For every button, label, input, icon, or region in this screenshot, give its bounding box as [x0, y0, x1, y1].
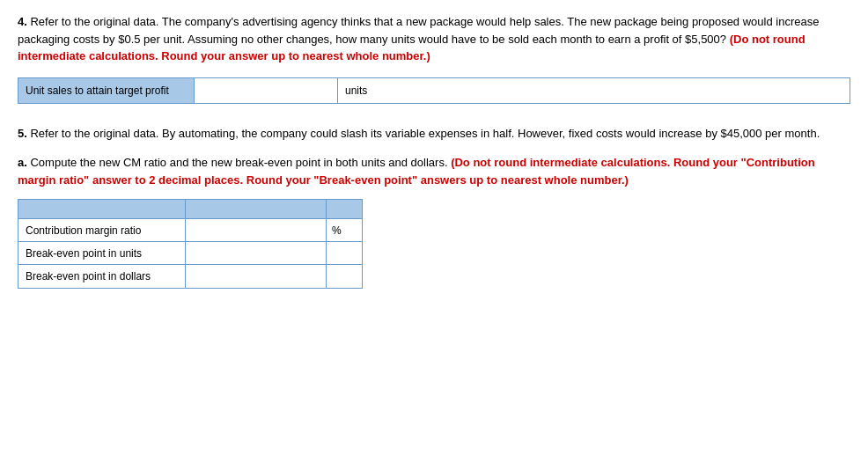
question-5-body: Refer to the original data. By automatin…	[30, 127, 820, 140]
breakeven-dollars-label: Break-even point in dollars	[18, 265, 186, 288]
unit-sales-label: Unit sales to attain target profit	[18, 78, 195, 103]
question-5a-text: a. Compute the new CM ratio and the new …	[18, 154, 850, 188]
question-5a-label: a.	[18, 156, 27, 169]
breakeven-dollars-input[interactable]	[186, 265, 326, 288]
cm-ratio-input-wrapper	[186, 219, 327, 241]
question-5-number: 5.	[18, 127, 27, 140]
unit-sales-row: Unit sales to attain target profit units	[18, 77, 850, 104]
unit-sales-input[interactable]	[195, 78, 337, 103]
cm-ratio-input[interactable]	[186, 219, 326, 241]
cm-table: Contribution margin ratio % Break-even p…	[18, 199, 363, 289]
question-4-text: 4. Refer to the original data. The compa…	[18, 13, 850, 65]
question-4-number: 4.	[18, 15, 27, 28]
breakeven-dollars-unit	[327, 265, 362, 288]
question-5a-body: Compute the new CM ratio and the new bre…	[30, 156, 447, 169]
breakeven-units-unit	[327, 242, 362, 264]
cm-ratio-unit: %	[327, 219, 362, 241]
question-4-body: Refer to the original data. The company'…	[18, 15, 819, 46]
question-4: 4. Refer to the original data. The compa…	[18, 13, 850, 104]
question-5a: a. Compute the new CM ratio and the new …	[18, 154, 850, 289]
breakeven-dollars-row: Break-even point in dollars	[18, 265, 362, 288]
unit-sales-unit: units	[337, 78, 374, 103]
breakeven-units-input-wrapper	[186, 242, 327, 264]
question-5: 5. Refer to the original data. By automa…	[18, 125, 850, 290]
breakeven-units-label: Break-even point in units	[18, 242, 186, 264]
table-header	[18, 200, 362, 219]
question-5-text: 5. Refer to the original data. By automa…	[18, 125, 850, 143]
breakeven-dollars-input-wrapper	[186, 265, 327, 288]
table-header-col1	[18, 200, 186, 218]
table-header-col2	[186, 200, 327, 218]
cm-ratio-row: Contribution margin ratio %	[18, 219, 362, 242]
table-header-col3	[327, 200, 362, 218]
cm-ratio-label: Contribution margin ratio	[18, 219, 186, 241]
breakeven-units-input[interactable]	[186, 242, 326, 264]
breakeven-units-row: Break-even point in units	[18, 242, 362, 265]
